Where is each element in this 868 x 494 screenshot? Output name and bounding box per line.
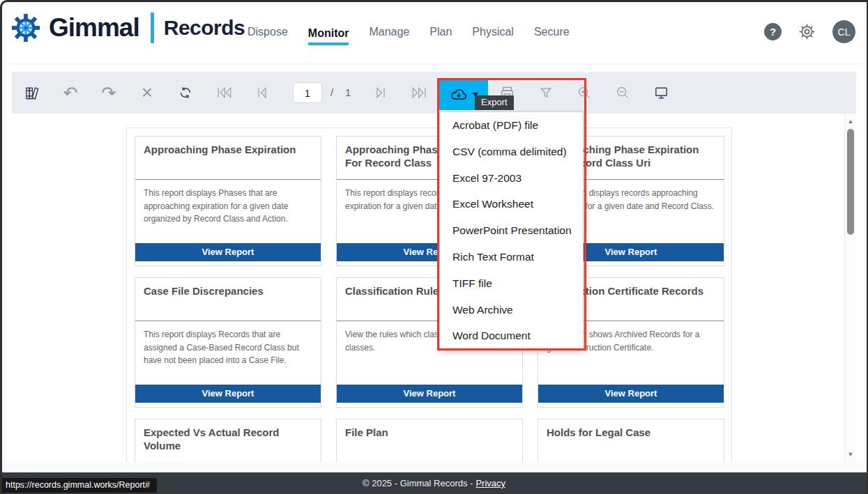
filter-funnel-icon — [538, 85, 554, 100]
content-bottom-gap — [0, 462, 868, 472]
report-title: File Plan — [337, 419, 522, 462]
export-cloud-download-icon — [450, 86, 468, 104]
next-page-icon — [374, 86, 387, 100]
refresh-icon — [178, 85, 193, 100]
first-page-button[interactable] — [208, 72, 239, 114]
brand-divider — [151, 13, 154, 43]
reports-container: Approaching Phase Expiration This report… — [126, 128, 732, 462]
page-number-input[interactable] — [293, 82, 322, 103]
export-dropdown-menu: Acrobat (PDF) file CSV (comma delimited)… — [439, 111, 584, 349]
export-tooltip: Export — [475, 95, 514, 110]
report-card-approaching-phase-expiration: Approaching Phase Expiration This report… — [135, 136, 321, 266]
filter-button[interactable] — [531, 72, 561, 114]
report-description: This report displays Phases that are app… — [135, 180, 321, 226]
report-card-expected-vs-actual-record-volume: Expected Vs Actual Record Volume View Re… — [135, 419, 321, 462]
reports-grid: Approaching Phase Expiration This report… — [127, 128, 731, 462]
brand-name: Gimmal — [49, 13, 139, 43]
nav-item-dispose[interactable]: Dispose — [248, 26, 288, 38]
report-library-button[interactable] — [17, 72, 47, 114]
cancel-button[interactable]: × — [132, 72, 162, 114]
refresh-button[interactable] — [170, 72, 201, 114]
export-option-excel-worksheet[interactable]: Excel Worksheet — [440, 191, 583, 217]
export-option-tiff[interactable]: TIFF file — [440, 270, 583, 297]
view-report-button[interactable]: View Report — [538, 385, 724, 403]
export-option-powerpoint[interactable]: PowerPoint Presentation — [440, 217, 583, 244]
report-card-holds-for-legal-case: Holds for Legal Case View Report — [538, 419, 724, 462]
export-option-excel-97-2003[interactable]: Excel 97-2003 — [440, 165, 583, 192]
scrollbar-thumb[interactable] — [847, 129, 854, 235]
report-title: Case File Discrepancies — [135, 278, 321, 321]
settings-gear-icon[interactable] — [798, 22, 816, 41]
fit-to-screen-button[interactable] — [646, 72, 676, 114]
page-total: 1 — [345, 72, 351, 114]
zoom-out-button[interactable] — [607, 72, 638, 114]
zoom-out-icon — [615, 85, 630, 100]
export-option-rich-text[interactable]: Rich Text Format — [440, 244, 583, 270]
gimmal-gear-logo-icon — [10, 12, 42, 44]
report-card-file-plan: File Plan View Report — [336, 419, 523, 462]
report-title: Expected Vs Actual Record Volume — [135, 419, 321, 462]
help-icon[interactable]: ? — [764, 23, 782, 40]
app-header: Gimmal Records Dispose Monitor Manage Pl… — [0, 0, 868, 63]
view-report-button[interactable]: View Report — [135, 385, 321, 403]
page-separator: / — [330, 72, 333, 114]
zoom-in-icon — [577, 85, 592, 100]
next-page-button[interactable] — [365, 72, 396, 114]
report-title: Approaching Phase Expiration — [135, 137, 321, 180]
books-icon — [24, 85, 40, 101]
last-page-icon — [411, 86, 428, 100]
nav-item-plan[interactable]: Plan — [429, 26, 452, 38]
report-title: Holds for Legal Case — [538, 419, 724, 462]
monitor-icon — [653, 85, 669, 101]
first-page-icon — [215, 86, 233, 100]
report-card-case-file-discrepancies: Case File Discrepancies This report disp… — [135, 277, 321, 408]
last-page-button[interactable] — [404, 72, 434, 114]
zoom-in-button[interactable] — [569, 72, 600, 114]
undo-icon: ↶ — [63, 84, 78, 102]
previous-page-icon — [256, 86, 268, 100]
previous-page-button[interactable] — [247, 72, 277, 114]
view-report-button[interactable]: View Report — [337, 385, 522, 403]
report-toolbar: ↶ ↷ × / 1 — [12, 72, 856, 114]
privacy-link[interactable]: Privacy — [475, 478, 505, 488]
vertical-scrollbar[interactable]: ▲ ▼ — [844, 114, 856, 462]
redo-icon: ↷ — [102, 84, 116, 102]
nav-item-physical[interactable]: Physical — [472, 26, 514, 38]
export-option-pdf[interactable]: Acrobat (PDF) file — [440, 112, 583, 139]
view-report-button[interactable]: View Report — [135, 243, 321, 261]
browser-status-url: https://records.gimmal.works/Report# — [0, 478, 157, 493]
brand-product: Records — [164, 16, 245, 40]
avatar[interactable]: CL — [832, 20, 855, 43]
brand-logo: Gimmal Records — [10, 12, 245, 44]
footer-copyright: © 2025 - Gimmal Records - — [363, 478, 473, 488]
nav-item-monitor[interactable]: Monitor — [308, 27, 349, 45]
undo-button[interactable]: ↶ — [55, 72, 86, 114]
cancel-x-icon: × — [142, 84, 153, 102]
main-nav: Dispose Monitor Manage Plan Physical Sec… — [248, 0, 570, 63]
nav-item-secure[interactable]: Secure — [534, 26, 570, 38]
header-actions: ? CL — [764, 0, 855, 63]
report-description: This report displays Records that are as… — [135, 321, 321, 367]
scroll-down-arrow-icon[interactable]: ▼ — [845, 451, 856, 458]
scroll-up-arrow-icon[interactable]: ▲ — [845, 118, 856, 125]
export-option-csv[interactable]: CSV (comma delimited) — [440, 139, 583, 165]
nav-item-manage[interactable]: Manage — [369, 26, 409, 38]
redo-button[interactable]: ↷ — [93, 72, 124, 114]
export-option-word[interactable]: Word Document — [440, 323, 583, 349]
export-option-web-archive[interactable]: Web Archive — [440, 297, 583, 323]
